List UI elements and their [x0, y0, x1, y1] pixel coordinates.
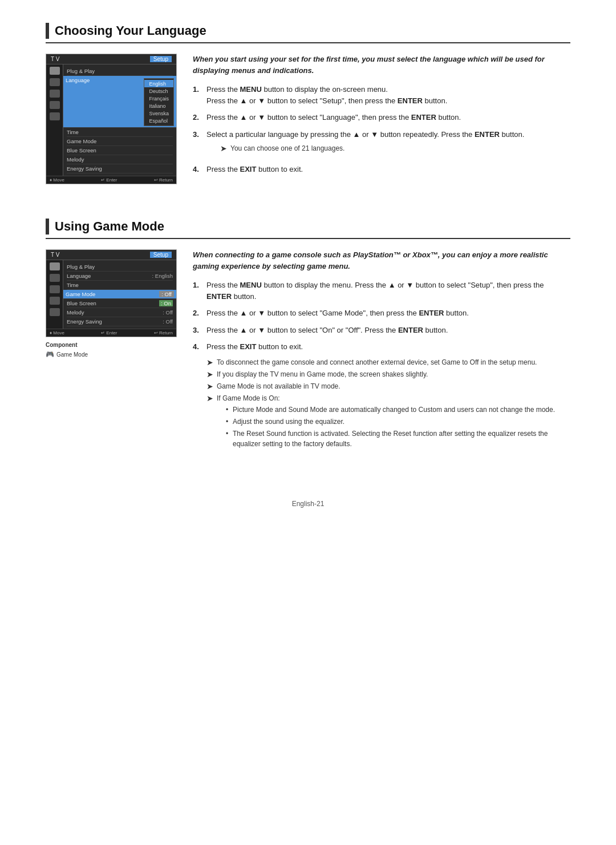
sidebar2-icon-5 [50, 308, 60, 316]
section1-intro: When you start using your set for the fi… [193, 54, 570, 76]
menu-item-time: Time [67, 128, 173, 137]
step2-4-text: Press the EXIT button to exit. [206, 341, 570, 353]
menu2-item-melody: Melody: Off [67, 308, 173, 317]
tv-menu-2-header: T V Setup [46, 250, 176, 260]
note2-4-arrow: ➤ [206, 394, 213, 403]
step2-2-text: Press the ▲ or ▼ button to select "Game … [206, 308, 570, 319]
section2-title: Using Game Mode [55, 219, 164, 234]
menu2-item-time: Time [67, 281, 173, 290]
tv-menu-2-footer: ♦ Move ↵ Enter ↩ Return [46, 329, 176, 337]
lang-item-svenska: Svenska [144, 110, 173, 117]
tv-menu-2-body: Plug & Play Language: English Time Game … [46, 260, 176, 329]
page-number: English-21 [292, 500, 325, 508]
note2-4: ➤ If Game Mode is On: Picture Mode and S… [206, 394, 570, 451]
sidebar-icon-4 [50, 101, 60, 109]
sidebar-icon-1 [50, 67, 60, 75]
lang-item-francais: Français [144, 95, 173, 102]
section2-heading: Using Game Mode [46, 219, 570, 239]
menu-item-energy: Energy Saving [67, 164, 173, 173]
menu-item-bluescreen: Blue Screen [67, 146, 173, 155]
step2-4: 4. Press the EXIT button to exit. [193, 341, 570, 353]
sidebar-icon-2 [50, 78, 60, 86]
component-label: Component [46, 342, 177, 348]
bullet-1: Picture Mode and Sound Mode are automati… [226, 405, 570, 415]
tv-menu-1-main: Plug & Play Language English Deutsch Fra… [63, 64, 176, 176]
bullet-list: Picture Mode and Sound Mode are automati… [226, 405, 570, 449]
note2-2: ➤ If you display the TV menu in Game mod… [206, 370, 570, 379]
step2-2-num: 2. [193, 308, 202, 319]
note-text: You can choose one of 21 languages. [230, 143, 345, 153]
tv-menu-1-sidebar [46, 64, 63, 176]
menu-item-melody: Melody [67, 155, 173, 164]
step1-3-num: 3. [193, 129, 202, 159]
menu2-item-gamemode: Game Mode: Off [63, 290, 176, 299]
section1-tv-menu: T V Setup Plug & Play Language [46, 54, 177, 184]
step1-1-text: Press the MENU button to display the on-… [206, 84, 570, 106]
footer-return: ↩ Return [154, 177, 173, 183]
sidebar2-icon-3 [50, 285, 60, 293]
lang-item-english: English [144, 80, 173, 87]
step1-1-num: 1. [193, 84, 202, 106]
footer2-return: ↩ Return [154, 330, 173, 335]
section-game-mode: Using Game Mode T V Setup [46, 219, 570, 454]
tv-menu-2-header-left: T V [51, 252, 59, 258]
section2-intro: When connecting to a game console such a… [193, 249, 570, 272]
note2-3-text: Game Mode is not available in TV mode. [217, 382, 341, 390]
sidebar2-icon-2 [50, 274, 60, 282]
note-arrow: ➤ [220, 143, 227, 155]
menu-item-plug-play: Plug & Play [67, 67, 173, 76]
heading-bar [46, 23, 49, 39]
heading-bar-2 [46, 219, 49, 235]
step1-2-num: 2. [193, 112, 202, 123]
sidebar-icon-3 [50, 90, 60, 98]
lang-submenu: English Deutsch Français Italiano Svensk… [144, 78, 174, 126]
footer2-enter: ↵ Enter [101, 330, 117, 335]
step1-3: 3. Select a particular language by press… [193, 129, 570, 159]
tv-menu-2-sidebar [46, 260, 63, 329]
footer-enter: ↵ Enter [101, 177, 117, 183]
section1-steps: 1. Press the MENU button to display the … [193, 84, 570, 175]
gamemode-icon: 🎮 [46, 350, 54, 358]
step2-3-text: Press the ▲ or ▼ button to select "On" o… [206, 325, 570, 336]
footer2-move: ♦ Move [50, 330, 64, 335]
menu2-item-energy: Energy Saving: Off [67, 317, 173, 326]
step2-1-text: Press the MENU button to display the men… [206, 280, 570, 302]
step1-2-text: Press the ▲ or ▼ button to select "Langu… [206, 112, 570, 123]
section2-content: T V Setup Plug & Play Language: Eng [46, 249, 570, 454]
menu2-item-language: Language: English [67, 272, 173, 281]
section1-instructions: When you start using your set for the fi… [193, 54, 570, 181]
bullet-2: Adjust the sound using the equalizer. [226, 417, 570, 427]
tv-menu-1: T V Setup Plug & Play Language [46, 54, 177, 184]
gamemode-label-wrapper: 🎮 Game Mode [46, 350, 177, 358]
step1-4: 4. Press the EXIT button to exit. [193, 164, 570, 175]
tv-below-labels: Component 🎮 Game Mode [46, 342, 177, 358]
note2-1-arrow: ➤ [206, 358, 213, 367]
lang-item-italiano: Italiano [144, 102, 173, 110]
step1-3-text: Select a particular language by pressing… [206, 129, 570, 159]
step1-3-note: ➤ You can choose one of 21 languages. [220, 143, 570, 155]
tv-menu-2-header-right: Setup [150, 252, 172, 258]
note2-3: ➤ Game Mode is not available in TV mode. [206, 382, 570, 391]
lang-item-espanol: Español [144, 117, 173, 124]
tv-menu-2: T V Setup Plug & Play Language: Eng [46, 249, 177, 337]
step1-2: 2. Press the ▲ or ▼ button to select "La… [193, 112, 570, 123]
note2-2-arrow: ➤ [206, 370, 213, 379]
section1-heading: Choosing Your Language [46, 23, 570, 43]
step2-3-num: 3. [193, 325, 202, 336]
step2-4-num: 4. [193, 341, 202, 353]
menu-item-language: Language English Deutsch Français Italia… [63, 76, 176, 128]
page-footer: English-21 [46, 500, 570, 508]
note2-4-text: If Game Mode is On: Picture Mode and Sou… [217, 394, 570, 451]
bullet-3: The Reset Sound function is activated. S… [226, 428, 570, 449]
section1-content: T V Setup Plug & Play Language [46, 54, 570, 184]
note2-1: ➤ To disconnect the game console and con… [206, 358, 570, 367]
note2-3-arrow: ➤ [206, 382, 213, 391]
lang-item-deutsch: Deutsch [144, 87, 173, 95]
tv-menu-1-body: Plug & Play Language English Deutsch Fra… [46, 64, 176, 176]
note2-1-text: To disconnect the game console and conne… [217, 358, 537, 366]
sidebar2-icon-4 [50, 297, 60, 305]
section2-tv-menu-wrapper: T V Setup Plug & Play Language: Eng [46, 249, 177, 358]
step2-1: 1. Press the MENU button to display the … [193, 280, 570, 302]
section1-title: Choosing Your Language [55, 23, 206, 38]
step2-3: 3. Press the ▲ or ▼ button to select "On… [193, 325, 570, 336]
